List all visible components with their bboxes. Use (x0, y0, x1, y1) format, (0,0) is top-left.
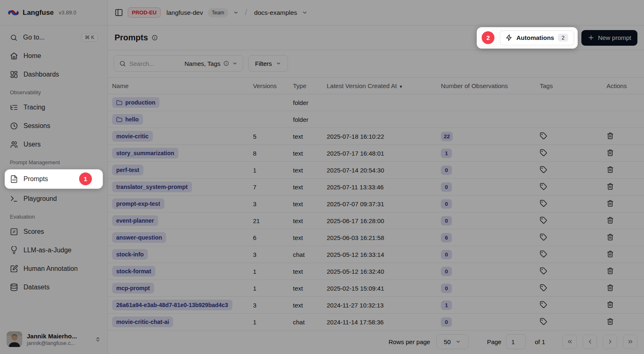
sidebar-item-llm-as-a-judge[interactable]: LLM-as-a-Judge (5, 242, 103, 258)
table-row[interactable]: answer-question6text2025-06-03 16:21:586 (108, 229, 644, 246)
table-row[interactable]: translator_system-prompt7text2025-07-11 … (108, 179, 644, 196)
sidebar-item-home[interactable]: Home (5, 48, 103, 64)
sidebar-item-prompts[interactable]: Prompts1 (5, 170, 103, 189)
tag-button[interactable] (540, 132, 547, 140)
sidebar-section-label: Prompt Management (5, 159, 103, 165)
user-menu[interactable]: Jannik Maierho... jannik@langfuse.c... (0, 327, 108, 354)
name-cell: movie-critic (108, 128, 249, 145)
actions-cell (602, 196, 644, 212)
table-row[interactable]: mcp-prompt1text2025-02-15 15:09:410 (108, 280, 644, 297)
delete-button[interactable] (607, 318, 614, 325)
sidebar-item-users[interactable]: Users (5, 137, 103, 152)
table-row[interactable]: stock-format1text2025-05-12 16:32:400 (108, 263, 644, 280)
table-row[interactable]: 26a61a94-e3ab-48d7-81e0-13b929bad4c33tex… (108, 297, 644, 314)
tag-button[interactable] (540, 149, 547, 156)
delete-button[interactable] (607, 233, 614, 241)
chevron-left-icon (587, 338, 593, 345)
delete-button[interactable] (607, 217, 614, 224)
breadcrumb-separator: / (245, 8, 247, 17)
prompt-name-badge[interactable]: movie-critic (112, 131, 153, 142)
previous-page-button[interactable] (583, 335, 597, 349)
prompt-name-badge[interactable]: perf-test (112, 165, 143, 175)
rows-per-page-select[interactable]: 50 (436, 334, 468, 349)
org-name[interactable]: langfuse-dev (166, 9, 203, 16)
delete-button[interactable] (607, 166, 614, 173)
prompt-name-badge[interactable]: production (112, 97, 159, 108)
actions-cell (602, 162, 644, 179)
dashboard-icon (10, 70, 18, 79)
prompt-name-badge[interactable]: stock-format (112, 266, 155, 277)
table-row[interactable]: perf-test1text2025-07-14 20:54:300 (108, 162, 644, 179)
table-row[interactable]: hellofolder (108, 111, 644, 128)
new-prompt-button[interactable]: New prompt (581, 30, 637, 46)
sidebar-item-go-to[interactable]: Go to... ⌘ K (5, 30, 103, 45)
tag-button[interactable] (540, 318, 547, 325)
filters-button[interactable]: Filters (248, 55, 288, 72)
delete-button[interactable] (607, 267, 614, 275)
table-row[interactable]: prompt-exp-test3text2025-07-07 09:37:310 (108, 196, 644, 212)
sidebar-item-scores[interactable]: Scores (5, 224, 103, 240)
observations-cell: 0 (437, 246, 536, 263)
prompt-name-badge[interactable]: mcp-prompt (112, 283, 154, 293)
observations-count-badge: 1 (441, 149, 452, 158)
last-page-button[interactable] (623, 335, 637, 349)
table-row[interactable]: story_summarization8text2025-07-17 16:48… (108, 145, 644, 162)
tag-button[interactable] (540, 250, 547, 258)
chevron-down-icon[interactable] (302, 9, 308, 16)
table-row[interactable]: movie-critic-chat-ai1chat2024-11-14 17:5… (108, 314, 644, 331)
observations-count-badge: 22 (441, 132, 453, 141)
tag-button[interactable] (540, 301, 547, 308)
page-number-input[interactable] (506, 334, 526, 349)
search-scope-dropdown[interactable]: Names, Tags (185, 60, 238, 67)
prompt-name-badge[interactable]: answer-question (112, 232, 166, 243)
table-row[interactable]: productionfolder (108, 94, 644, 111)
delete-button[interactable] (607, 250, 614, 258)
sidebar-item-playground[interactable]: Playground (5, 191, 103, 207)
user-name: Jannik Maierho... (27, 332, 77, 340)
next-page-button[interactable] (603, 335, 617, 349)
tag-button[interactable] (540, 233, 547, 241)
tag-button[interactable] (540, 166, 547, 173)
table-row[interactable]: movie-critic5text2025-07-18 16:10:2222 (108, 128, 644, 145)
first-page-button[interactable] (562, 335, 577, 349)
search-input[interactable] (129, 60, 181, 67)
tag-button[interactable] (540, 183, 547, 190)
delete-button[interactable] (607, 149, 614, 156)
prompt-name-badge[interactable]: translator_system-prompt (112, 182, 192, 192)
delete-button[interactable] (607, 183, 614, 190)
sidebar-item-datasets[interactable]: Datasets (5, 279, 103, 295)
page-total: of 1 (535, 338, 545, 345)
delete-button[interactable] (607, 132, 614, 140)
table-row[interactable]: stock-info3chat2025-05-12 16:33:140 (108, 246, 644, 263)
versions-cell: 3 (249, 196, 289, 212)
column-header-created-at[interactable]: Latest Version Created At▼ (323, 78, 437, 94)
sidebar-item-tracing[interactable]: Tracing (5, 100, 103, 115)
prompt-name-badge[interactable]: movie-critic-chat-ai (112, 317, 173, 327)
project-name[interactable]: docs-examples (254, 9, 297, 16)
trash-icon (607, 183, 614, 190)
prompt-name-badge[interactable]: prompt-exp-test (112, 198, 164, 209)
sidebar-item-sessions[interactable]: Sessions (5, 118, 103, 134)
delete-button[interactable] (607, 284, 614, 291)
tag-icon (540, 233, 547, 241)
prompt-name-badge[interactable]: story_summarization (112, 148, 178, 158)
tag-button[interactable] (540, 217, 547, 224)
prompt-name-badge[interactable]: stock-info (112, 249, 148, 260)
page-header: Prompts 2 Automations 2 (108, 26, 644, 50)
delete-button[interactable] (607, 301, 614, 308)
sidebar-item-dashboards[interactable]: Dashboards (5, 67, 103, 82)
chevron-down-icon[interactable] (233, 9, 239, 16)
tag-icon (540, 217, 547, 224)
name-cell: perf-test (108, 162, 249, 179)
prompt-name-badge[interactable]: event-planner (112, 215, 158, 226)
table-row[interactable]: event-planner21text2025-06-17 16:28:000 (108, 212, 644, 229)
prompt-name-badge[interactable]: hello (112, 114, 143, 125)
tag-button[interactable] (540, 284, 547, 291)
delete-button[interactable] (607, 200, 614, 207)
prompt-name-badge[interactable]: 26a61a94-e3ab-48d7-81e0-13b929bad4c3 (112, 300, 232, 310)
sidebar-item-human-annotation[interactable]: Human Annotation (5, 261, 103, 277)
automations-button[interactable]: Automations 2 (500, 30, 574, 45)
tag-button[interactable] (540, 267, 547, 275)
panel-left-toggle-icon[interactable] (115, 8, 123, 17)
tag-button[interactable] (540, 200, 547, 207)
